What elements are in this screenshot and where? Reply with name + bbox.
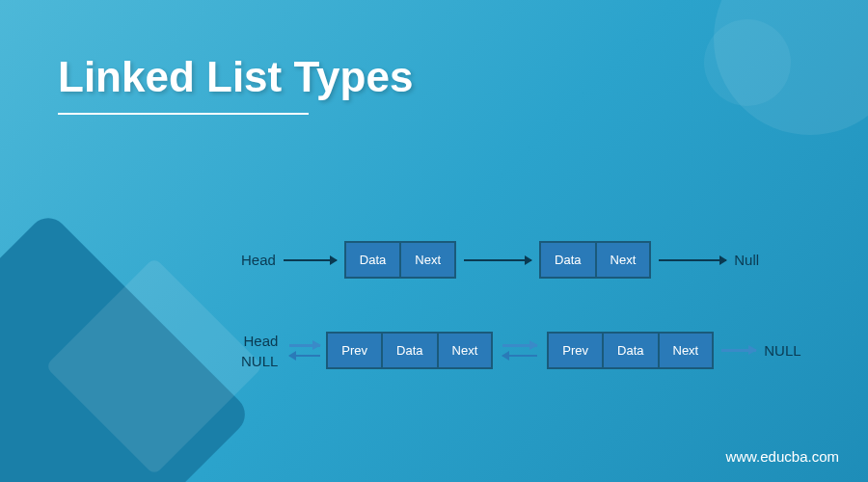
head-label: Head (241, 252, 276, 268)
doubly-linked-list: Head NULL Prev Data Next Prev Data Next … (241, 332, 839, 369)
doubly-node-2: Prev Data Next (547, 332, 714, 369)
head-null-labels: Head NULL (241, 333, 278, 369)
null-right-label: NULL (764, 342, 800, 359)
data-cell: Data (383, 334, 438, 367)
arrow-left-icon (502, 355, 537, 357)
singly-node-1: Data Next (344, 241, 456, 279)
watermark: www.educba.com (725, 448, 839, 465)
prev-cell: Prev (549, 334, 604, 367)
singly-node-2: Data Next (539, 241, 651, 279)
bi-arrow-head (289, 344, 320, 357)
null-label: Null (734, 252, 759, 268)
next-cell: Next (660, 334, 713, 367)
arrow-right-icon (721, 349, 756, 352)
head-label: Head (244, 333, 279, 349)
arrow-right-icon (284, 259, 337, 261)
linked-list-diagrams: Head Data Next Data Next Null Head NULL … (241, 241, 839, 422)
arrow-right-icon (502, 344, 537, 347)
deco-circle-small (704, 19, 791, 106)
arrow-left-icon (289, 355, 320, 357)
data-cell: Data (346, 243, 401, 277)
null-left-label: NULL (241, 353, 278, 369)
doubly-node-1: Prev Data Next (326, 332, 493, 369)
next-cell: Next (597, 243, 650, 277)
prev-cell: Prev (328, 334, 383, 367)
singly-linked-list: Head Data Next Data Next Null (241, 241, 839, 279)
page-title: Linked List Types (58, 53, 413, 115)
arrow-right-icon (289, 344, 320, 347)
arrow-right-icon (659, 259, 726, 261)
data-cell: Data (541, 243, 596, 277)
next-cell: Next (401, 243, 454, 277)
data-cell: Data (604, 334, 659, 367)
bi-arrow-between (502, 344, 537, 357)
arrow-right-icon (464, 259, 531, 261)
next-cell: Next (439, 334, 492, 367)
